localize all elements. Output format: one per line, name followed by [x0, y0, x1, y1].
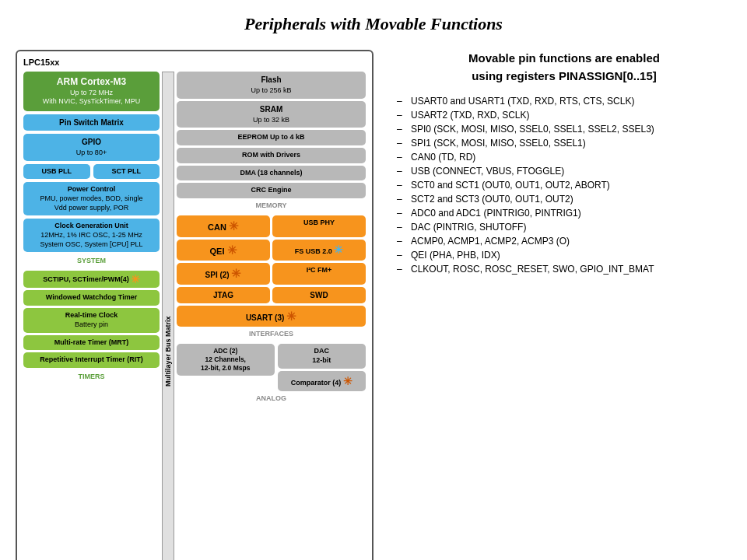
i2c-block: I²C FM+: [272, 263, 366, 285]
interfaces-label: INTERFACES: [177, 330, 366, 338]
diagram-container: LPC15xx ARM Cortex-M3 Up to 72 MHzWith N…: [16, 50, 374, 560]
comparator-block: Comparator (4) ✳: [278, 371, 366, 391]
list-item: –SCT2 and SCT3 (OUT0, OUT1, OUT2): [397, 192, 731, 206]
board-label: LPC15xx: [23, 58, 366, 67]
right-panel: Movable pin functions are enabled using …: [389, 50, 731, 560]
fs-usb-block: FS USB 2.0 ✳: [272, 240, 366, 261]
list-item: –USART0 and USART1 (TXD, RXD, RTS, CTS, …: [397, 94, 731, 108]
crc-block: CRC Engine: [177, 183, 366, 198]
list-item: –SPI0 (SCK, MOSI, MISO, SSEL0, SSEL1, SS…: [397, 122, 731, 136]
list-item: –ADC0 and ADC1 (PINTRIG0, PINTRIG1): [397, 206, 731, 220]
cpu-block: ARM Cortex-M3 Up to 72 MHzWith NVIC, Sys…: [23, 72, 160, 111]
usb-phy-block: USB PHY: [272, 215, 366, 237]
rit-block: Repetitive Interrupt Timer (RIT): [23, 352, 160, 368]
dac-block: DAC12-bit: [278, 344, 366, 368]
can-block: CAN ✳: [177, 215, 270, 237]
wdt-block: Windowed Watchdog Timer: [23, 290, 160, 306]
movable-title: Movable pin functions are enabled using …: [397, 50, 731, 85]
list-item: –ACMP0, ACMP1, ACMP2, ACMP3 (O): [397, 234, 731, 248]
timers-label: TIMERS: [23, 373, 160, 380]
page-title: Peripherals with Movable Functions: [0, 0, 747, 42]
gpio-block: GPIOUp to 80+: [23, 134, 160, 161]
qei-block: QEI ✳: [177, 240, 270, 261]
rom-block: ROM with Drivers: [177, 148, 366, 163]
rtc-block: Real-time ClockBattery pin: [23, 308, 160, 332]
usb-pll-block: USB PLL: [23, 164, 90, 180]
jtag-block: JTAG: [177, 287, 270, 303]
cpu-sub: Up to 72 MHzWith NVIC, SysTickTimer, MPU: [28, 89, 155, 107]
list-item: –SPI1 (SCK, MOSI, MISO, SSEL0, SSEL1): [397, 136, 731, 150]
flash-block: FlashUp to 256 kB: [177, 72, 366, 99]
list-item: –QEI (PHA, PHB, IDX): [397, 248, 731, 262]
list-item: –CLKOUT, ROSC, ROSC_RESET, SWO, GPIO_INT…: [397, 262, 731, 276]
usart-block: USART (3) ✳: [177, 306, 366, 327]
spi-block: SPI (2) ✳: [177, 263, 270, 285]
feature-list: –USART0 and USART1 (TXD, RXD, RTS, CTS, …: [397, 94, 731, 276]
power-control-block: Power ControlPMU, power modes, BOD, sing…: [23, 182, 160, 215]
memory-label: MEMORY: [177, 201, 366, 209]
sctipu-block: SCTIPU, SCTimer/PWM(4) ✳: [23, 271, 160, 288]
mrt-block: Multi-rate Timer (MRT): [23, 335, 160, 351]
dma-block: DMA (18 channels): [177, 166, 366, 181]
list-item: –USB (CONNECT, VBUS, FTOGGLE): [397, 164, 731, 178]
adc-block: ADC (2)12 Channels,12-bit, 2.0 Msps: [177, 344, 275, 376]
list-item: –DAC (PINTRIG, SHUTOFF): [397, 220, 731, 234]
analog-label: ANALOG: [177, 394, 366, 402]
clock-gen-block: Clock Generation Unit12MHz, 1% IRC OSC, …: [23, 219, 160, 252]
pin-switch-matrix-block: Pin Switch Matrix: [23, 114, 160, 131]
list-item: –USART2 (TXD, RXD, SCLK): [397, 108, 731, 122]
sct-pll-block: SCT PLL: [93, 164, 160, 180]
list-item: –SCT0 and SCT1 (OUT0, OUT1, OUT2, ABORT): [397, 178, 731, 192]
system-label: SYSTEM: [23, 257, 160, 264]
bus-matrix-label: Multilayer Bus Matrix: [162, 72, 174, 560]
list-item: –CAN0 (TD, RD): [397, 150, 731, 164]
eeprom-block: EEPROM Up to 4 kB: [177, 130, 366, 145]
sram-block: SRAMUp to 32 kB: [177, 101, 366, 128]
cpu-label: ARM Cortex-M3: [28, 76, 155, 89]
swd-block: SWD: [272, 287, 366, 303]
